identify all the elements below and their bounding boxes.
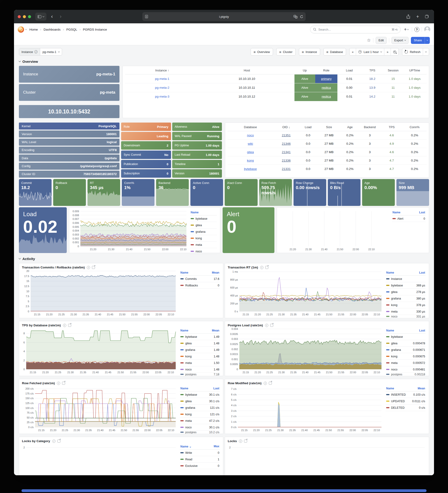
- stat-tile-backend[interactable]: Backend36: [156, 179, 189, 206]
- instance-variable-select[interactable]: Instancei pg-meta-1: [19, 48, 62, 56]
- panel-title[interactable]: Row Modified (rate1m): [228, 381, 262, 385]
- legend-item[interactable]: postgres10.2 c/s: [180, 431, 220, 434]
- breadcrumb-dashboards[interactable]: Dashboards: [44, 28, 61, 31]
- section-overview[interactable]: Overview: [19, 59, 429, 64]
- legend-item[interactable]: gitea: [190, 222, 217, 228]
- star-icon[interactable]: ☆: [367, 38, 371, 43]
- legend-item[interactable]: noco0.000481: [386, 366, 426, 373]
- panel-title[interactable]: Transaction RT (1m): [228, 266, 258, 269]
- status-tile[interactable]: Publication0: [121, 160, 171, 168]
- column-header[interactable]: OID ↓: [273, 123, 299, 131]
- info-icon[interactable]: i: [63, 324, 66, 327]
- chart-plot[interactable]: 0 c/s1 c/s2 c/s3 c/s4 c/s5 c/s6 c/s7 c/s…: [228, 385, 383, 433]
- column-header[interactable]: Role: [315, 67, 337, 74]
- legend-header[interactable]: Name ⌄Max: [180, 444, 220, 449]
- info-icon[interactable]: i: [265, 324, 268, 327]
- legend-item[interactable]: bytebase: [190, 215, 217, 222]
- chart-plot[interactable]: 00.00050.0010.00150.0020.00250.0030.0035…: [228, 327, 383, 375]
- chart-plot[interactable]: 0 c/s25 c/s50 c/s75 c/s100 c/s125 c/s150…: [22, 385, 177, 433]
- chart-plot[interactable]: 12: [22, 443, 177, 475]
- legend-item[interactable]: grafana: [190, 228, 217, 235]
- nav-link-instance[interactable]: ≡Instance: [299, 48, 320, 56]
- column-header[interactable]: Instance ↑: [125, 67, 199, 74]
- panel-title[interactable]: Postgres Load (rate1m): [228, 324, 263, 327]
- legend-item[interactable]: INSERTED0.103 c/s: [386, 392, 426, 398]
- legend-item[interactable]: bytebase1.49: [180, 334, 220, 340]
- stat-tile-rollback[interactable]: Rollback0: [53, 179, 86, 206]
- breadcrumb-home[interactable]: Home: [29, 28, 38, 31]
- export-button[interactable]: Export: [392, 37, 409, 44]
- stat-tile-row-change[interactable]: Row Change0.00 rows/s: [294, 179, 326, 206]
- info-icon[interactable]: i: [52, 439, 55, 443]
- column-header[interactable]: Database: [228, 123, 273, 131]
- breadcrumb-pgsql[interactable]: PGSQL: [66, 28, 77, 31]
- stat-tile-rt[interactable]: RT345 µs: [87, 179, 120, 206]
- status-tile[interactable]: Last Reload1.00 days: [172, 151, 222, 159]
- legend-item[interactable]: noco: [190, 248, 217, 255]
- close-window-button[interactable]: [18, 15, 21, 18]
- nav-link-database[interactable]: ≡Database: [323, 48, 346, 56]
- external-link-icon[interactable]: [92, 266, 95, 269]
- panel-title[interactable]: Locks: [228, 439, 237, 443]
- column-header[interactable]: Conn%: [403, 123, 426, 131]
- legend-item[interactable]: grafana121 c/s: [180, 404, 220, 411]
- cluster-stat-panel[interactable]: Cluster pg-meta: [19, 84, 120, 101]
- legend-item[interactable]: UPDATED0.0111 c/s: [386, 398, 426, 404]
- grafana-logo[interactable]: [18, 26, 24, 33]
- column-header[interactable]: Load: [299, 123, 317, 131]
- legend-item[interactable]: noco30.1 c/s: [180, 424, 220, 431]
- legend-item[interactable]: Exclusive0: [180, 463, 220, 469]
- status-tile[interactable]: AlivenessAlive: [172, 123, 222, 131]
- instance-stat-panel[interactable]: Instance pg-meta-1: [19, 66, 120, 83]
- load-chart-plot[interactable]: 00.0010.0020.0030.0040.0050.0060.0070.00…: [70, 209, 188, 252]
- legend-item[interactable]: Write0: [180, 449, 220, 456]
- legend-item[interactable]: noco1.48: [180, 366, 220, 373]
- legend-item[interactable]: meta47.2 c/s: [180, 418, 220, 424]
- share-dashboard-button[interactable]: Share: [411, 37, 425, 44]
- column-header[interactable]: UPTime: [403, 67, 426, 74]
- nav-link-cluster[interactable]: ≡Cluster: [276, 48, 296, 56]
- status-tile[interactable]: Sync CommitNo: [121, 151, 171, 159]
- status-tile[interactable]: RolePrimary: [121, 123, 171, 131]
- legend-item[interactable]: gitea0.000478: [386, 340, 426, 347]
- legend-header[interactable]: NameMean: [386, 386, 426, 392]
- address-stat-panel[interactable]: 10.10.10.10:5432: [19, 105, 120, 118]
- legend-header[interactable]: NameLast: [180, 386, 220, 392]
- legend-item[interactable]: Instance: [386, 276, 426, 282]
- share-menu-chevron[interactable]: [425, 37, 430, 44]
- legend-item[interactable]: kong1.48: [180, 353, 220, 360]
- status-tile[interactable]: Timeline1: [172, 160, 222, 168]
- status-tile[interactable]: Subscription0: [121, 169, 171, 178]
- panel-title[interactable]: TPS by Database (rate1m): [22, 324, 61, 327]
- legend-header[interactable]: NameMean: [180, 328, 220, 334]
- info-icon[interactable]: i: [87, 266, 90, 269]
- legend-header[interactable]: Name: [190, 210, 217, 215]
- legend-item[interactable]: bytebase369 µs: [386, 282, 426, 289]
- external-link-icon[interactable]: [62, 382, 65, 385]
- section-activity[interactable]: Activity: [19, 257, 429, 261]
- org-switcher-chevron-icon[interactable]: [25, 28, 27, 30]
- panel-title[interactable]: Transaction Commits / Rollbacks (rate5m): [22, 266, 85, 269]
- column-header[interactable]: Backend: [359, 123, 381, 131]
- legend-header[interactable]: NameLast: [386, 270, 426, 276]
- reload-icon[interactable]: [300, 15, 303, 18]
- share-button[interactable]: [404, 13, 413, 21]
- column-header[interactable]: Size: [317, 123, 341, 131]
- legend-item[interactable]: meta: [190, 242, 217, 248]
- forward-button[interactable]: ›: [57, 13, 64, 21]
- stat-tile-row-fetch[interactable]: Row Fetch509.75 rows/s: [259, 179, 292, 206]
- stat-tile-blks-read[interactable]: Blks Read0 B/s: [328, 179, 361, 206]
- status-tile[interactable]: Downstream2: [121, 141, 171, 150]
- info-icon[interactable]: i: [260, 266, 263, 269]
- legend-item[interactable]: noco331 µs: [386, 315, 426, 318]
- refresh-button[interactable]: Refresh: [402, 48, 423, 55]
- legend-item[interactable]: postgres0.00218: [386, 373, 426, 376]
- stat-tile-conn-[interactable]: Conn%1%: [122, 179, 154, 206]
- legend-item[interactable]: grafana380 µs: [386, 295, 426, 302]
- chart-plot[interactable]: 12: [228, 443, 426, 475]
- chart-plot[interactable]: 02.557.51012.51517.52021:1521:2021:2521:…: [22, 269, 177, 317]
- panel-title[interactable]: Row Fetched (rate1m): [22, 381, 55, 385]
- legend-item[interactable]: kong0.000675: [386, 353, 426, 360]
- info-icon[interactable]: i: [57, 382, 60, 385]
- column-header[interactable]: TPS: [381, 123, 403, 131]
